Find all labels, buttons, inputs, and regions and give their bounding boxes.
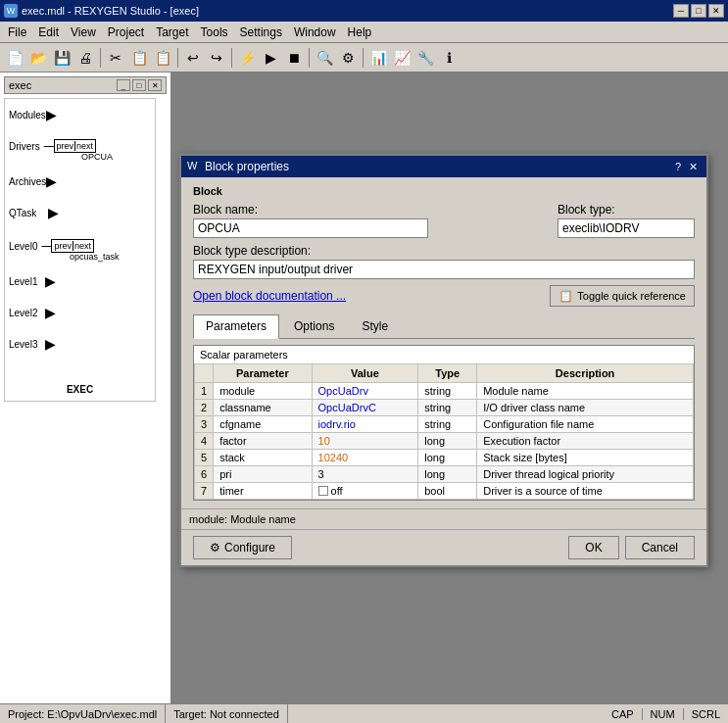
menu-file[interactable]: File <box>2 24 32 41</box>
close-button[interactable]: ✕ <box>708 4 724 18</box>
toolbar-stop[interactable]: ⏹ <box>283 47 305 69</box>
row-7-param: timer <box>214 483 312 500</box>
row-1-value[interactable]: OpcUaDrv <box>312 383 418 400</box>
table-row[interactable]: 7 timer off bool Driver is a source of <box>195 483 694 500</box>
menu-settings[interactable]: Settings <box>234 24 288 41</box>
open-doc-link[interactable]: Open block documentation ... <box>193 289 346 303</box>
node-archives: Archives ▶ <box>9 173 57 189</box>
toolbar-paste[interactable]: 📋 <box>152 47 173 69</box>
toggle-icon: 📋 <box>558 289 573 303</box>
col-type-header: Type <box>418 364 477 383</box>
menu-tools[interactable]: Tools <box>195 24 234 41</box>
toolbar-extra2[interactable]: 📈 <box>391 47 413 69</box>
tab-options[interactable]: Options <box>281 314 347 338</box>
cancel-label: Cancel <box>642 541 678 554</box>
tab-parameters[interactable]: Parameters <box>193 314 279 339</box>
toolbar-zoom[interactable]: 🔍 <box>314 47 335 69</box>
row-6-desc: Driver thread logical priority <box>477 466 694 483</box>
table-row[interactable]: 4 factor 10 long Execution factor <box>195 433 694 450</box>
menu-view[interactable]: View <box>65 24 102 41</box>
left-panel-controls: _ □ ✕ <box>117 79 162 91</box>
toggle-quick-ref-button[interactable]: 📋 Toggle quick reference <box>550 285 695 307</box>
row-6-num: 6 <box>195 466 214 483</box>
app-icon: W <box>4 4 18 18</box>
menu-edit[interactable]: Edit <box>32 24 65 41</box>
qtask-label: QTask <box>9 208 36 218</box>
toolbar-settings[interactable]: ⚙ <box>337 47 359 69</box>
configure-button[interactable]: ⚙ Configure <box>193 536 292 559</box>
toolbar-run[interactable]: ▶ <box>260 47 281 69</box>
menu-help[interactable]: Help <box>342 24 378 41</box>
toolbar-redo[interactable]: ↪ <box>206 47 227 69</box>
toolbar-print[interactable]: 🖨 <box>74 47 96 69</box>
row-4-desc: Execution factor <box>477 433 694 450</box>
row-4-param: factor <box>214 433 312 450</box>
lp-close[interactable]: ✕ <box>148 79 162 91</box>
dialog-title-text: W Block properties <box>187 160 289 173</box>
row-6-type: long <box>418 466 477 483</box>
block-name-type-row: Block name: Block type: <box>193 203 695 238</box>
table-row[interactable]: 1 module OpcUaDrv string Module name <box>195 383 694 400</box>
toolbar-undo[interactable]: ↩ <box>182 47 204 69</box>
scalar-params-label: Scalar parameters <box>194 346 694 363</box>
row-6-param: pri <box>214 466 312 483</box>
toolbar-new[interactable]: 📄 <box>4 47 25 69</box>
toggle-label: Toggle quick reference <box>577 290 686 302</box>
toolbar-extra3[interactable]: 🔧 <box>414 47 436 69</box>
row-2-type: string <box>418 400 477 416</box>
row-3-value[interactable]: iodrv.rio <box>312 416 418 433</box>
minimize-button[interactable]: ─ <box>673 4 689 18</box>
block-type-input[interactable] <box>558 218 695 238</box>
dialog-close-button[interactable]: ✕ <box>686 161 701 173</box>
modules-label: Modules <box>9 110 46 120</box>
toolbar-cut[interactable]: ✂ <box>105 47 126 69</box>
toolbar-sep-2 <box>177 48 178 68</box>
level0-block[interactable]: prev next <box>51 239 94 253</box>
maximize-button[interactable]: □ <box>691 4 706 18</box>
row-5-desc: Stack size [bytes] <box>477 450 694 466</box>
cancel-button[interactable]: Cancel <box>625 536 695 559</box>
row-4-type: long <box>418 433 477 450</box>
tab-style[interactable]: Style <box>349 314 401 338</box>
row-5-value[interactable]: 10240 <box>312 450 418 466</box>
dialog-help-button[interactable]: ? <box>672 161 684 173</box>
table-row[interactable]: 3 cfgname iodrv.rio string Configuration… <box>195 416 694 433</box>
block-desc-group: Block type description: <box>193 244 695 279</box>
block-name-input[interactable] <box>193 218 428 238</box>
row-4-num: 4 <box>195 433 214 450</box>
footer-right-buttons: OK Cancel <box>568 536 695 559</box>
table-row[interactable]: 5 stack 10240 long Stack size [bytes] <box>195 450 694 466</box>
menu-project[interactable]: Project <box>102 24 150 41</box>
toolbar-copy[interactable]: 📋 <box>128 47 150 69</box>
row-7-checkbox[interactable] <box>318 486 328 496</box>
node-qtask: QTask ▶ <box>9 205 59 220</box>
block-name-label: Block name: <box>193 203 538 217</box>
ok-button[interactable]: OK <box>568 536 618 559</box>
toolbar-open[interactable]: 📂 <box>27 47 49 69</box>
row-4-value[interactable]: 10 <box>312 433 418 450</box>
block-type-group: Block type: <box>558 203 695 238</box>
menu-window[interactable]: Window <box>288 24 342 41</box>
node-level3: Level3 ▶ <box>9 336 56 352</box>
table-row[interactable]: 2 classname OpcUaDrvC string I/O driver … <box>195 400 694 416</box>
row-7-value[interactable]: off <box>312 483 418 500</box>
row-7-num: 7 <box>195 483 214 500</box>
left-panel: exec _ □ ✕ Modules ▶ Drivers ─ <box>0 72 171 703</box>
toolbar-compile[interactable]: ⚡ <box>236 47 258 69</box>
block-desc-label: Block type description: <box>193 244 695 258</box>
row-2-value[interactable]: OpcUaDrvC <box>312 400 418 416</box>
table-row[interactable]: 6 pri 3 long Driver thread logical prior… <box>195 466 694 483</box>
menu-target[interactable]: Target <box>150 24 194 41</box>
status-target-text: Target: Not connected <box>173 708 279 720</box>
toolbar-info[interactable]: ℹ <box>438 47 460 69</box>
toolbar-save[interactable]: 💾 <box>51 47 73 69</box>
lp-minimize[interactable]: _ <box>117 79 130 91</box>
block-section-label: Block <box>193 185 695 197</box>
toolbar-extra1[interactable]: 📊 <box>367 47 389 69</box>
row-7-value-text: off <box>331 485 343 497</box>
lp-restore[interactable]: □ <box>132 79 146 91</box>
block-desc-input[interactable] <box>193 260 695 279</box>
drivers-block[interactable]: prev next <box>54 139 97 153</box>
status-num: NUM <box>643 708 684 720</box>
row-6-value[interactable]: 3 <box>312 466 418 483</box>
